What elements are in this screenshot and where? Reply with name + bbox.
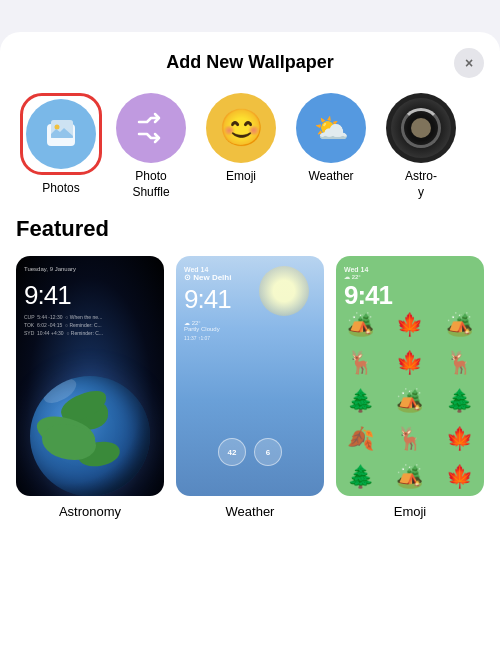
featured-section: Featured Tuesday, 9 January 9:41 CUP 5:4… — [0, 216, 500, 652]
svg-point-3 — [55, 125, 60, 130]
weather-icon-circle: ⛅ — [296, 93, 366, 163]
weather-label: Weather — [308, 169, 353, 185]
astro-table: CUP 5:44 -12:30 ○ When the ne... TOK 6:0… — [24, 313, 156, 337]
astro-time: 9:41 — [24, 280, 156, 311]
weather-info: ☁ 22° Partly Cloudy 11:37 ↑1:07 — [184, 319, 316, 341]
emoji-header-row: Wed 14 ☁ 22° — [344, 266, 476, 280]
featured-grid: Tuesday, 9 January 9:41 CUP 5:44 -12:30 … — [16, 256, 484, 519]
emoji-cell: 🍁 — [435, 420, 484, 458]
emoji-cell: 🌲 — [435, 382, 484, 420]
featured-title: Featured — [16, 216, 484, 242]
type-photo-shuffle[interactable]: Photo Shuffle — [106, 93, 196, 200]
photo-shuffle-icon — [133, 110, 169, 146]
emoji-cell: 🍁 — [385, 306, 434, 344]
earth-sphere — [30, 376, 150, 496]
featured-card-astronomy[interactable]: Tuesday, 9 January 9:41 CUP 5:44 -12:30 … — [16, 256, 164, 519]
photos-icon — [43, 116, 79, 152]
weather-preview: Wed 14 ⊙ New Delhi 9:41 ☁ 22° Partly Clo… — [176, 256, 324, 496]
sheet-header: Add New Wallpaper × — [0, 32, 500, 85]
featured-card-weather[interactable]: Wed 14 ⊙ New Delhi 9:41 ☁ 22° Partly Clo… — [176, 256, 324, 519]
weather-card-label: Weather — [226, 504, 275, 519]
emoji-label: Emoji — [226, 169, 256, 185]
type-weather[interactable]: ⛅ Weather — [286, 93, 376, 200]
emoji-cell: 🌲 — [336, 382, 385, 420]
astronomy-icon-circle — [386, 93, 456, 163]
astronomy-label: Astro-y — [405, 169, 437, 200]
emoji-cell: 🦌 — [435, 344, 484, 382]
emoji-cell: 🏕️ — [385, 458, 434, 496]
close-button[interactable]: × — [454, 48, 484, 78]
emoji-preview: Wed 14 ☁ 22° 9:41 🏕️ 🍁 🏕️ 🦌 🍁 🦌 — [336, 256, 484, 496]
earth-visual — [16, 376, 164, 496]
emoji-cell: 🦌 — [385, 420, 434, 458]
wallpaper-type-list: Photos Photo Shuffle 😊 Emoji ⛅ Weat — [0, 85, 500, 216]
type-emoji[interactable]: 😊 Emoji — [196, 93, 286, 200]
emoji-cell: 🏕️ — [385, 382, 434, 420]
weather-circle-2: 6 — [254, 438, 282, 466]
add-wallpaper-sheet: Add New Wallpaper × Photos — [0, 32, 500, 652]
featured-card-emoji[interactable]: Wed 14 ☁ 22° 9:41 🏕️ 🍁 🏕️ 🦌 🍁 🦌 — [336, 256, 484, 519]
sun-glow — [259, 266, 309, 316]
photos-icon-circle — [26, 99, 96, 169]
photos-label: Photos — [42, 181, 79, 197]
emoji-cell: 🏕️ — [435, 306, 484, 344]
emoji-cell: 🏕️ — [336, 306, 385, 344]
emoji-icon-circle: 😊 — [206, 93, 276, 163]
photo-shuffle-icon-circle — [116, 93, 186, 163]
emoji-cell: 🦌 — [336, 344, 385, 382]
emoji-cell: 🌲 — [336, 458, 385, 496]
photo-shuffle-label: Photo Shuffle — [132, 169, 169, 200]
astro-date: Tuesday, 9 January — [24, 266, 156, 272]
emoji-date: Wed 14 ☁ 22° — [344, 266, 368, 280]
emoji-card-label: Emoji — [394, 504, 427, 519]
type-astronomy[interactable]: Astro-y — [376, 93, 466, 200]
weather-circle-1: 42 — [218, 438, 246, 466]
photos-icon-wrap — [20, 93, 102, 175]
emoji-grid: 🏕️ 🍁 🏕️ 🦌 🍁 🦌 🌲 🏕️ 🌲 🍂 🦌 🍁 — [336, 306, 484, 496]
sheet-title: Add New Wallpaper — [166, 52, 333, 73]
emoji-cell: 🍁 — [435, 458, 484, 496]
astronomy-preview: Tuesday, 9 January 9:41 CUP 5:44 -12:30 … — [16, 256, 164, 496]
type-photos[interactable]: Photos — [16, 93, 106, 200]
weather-circles: 42 6 — [176, 438, 324, 466]
astronomy-card-label: Astronomy — [59, 504, 121, 519]
emoji-cell: 🍁 — [385, 344, 434, 382]
emoji-cell: 🍂 — [336, 420, 385, 458]
